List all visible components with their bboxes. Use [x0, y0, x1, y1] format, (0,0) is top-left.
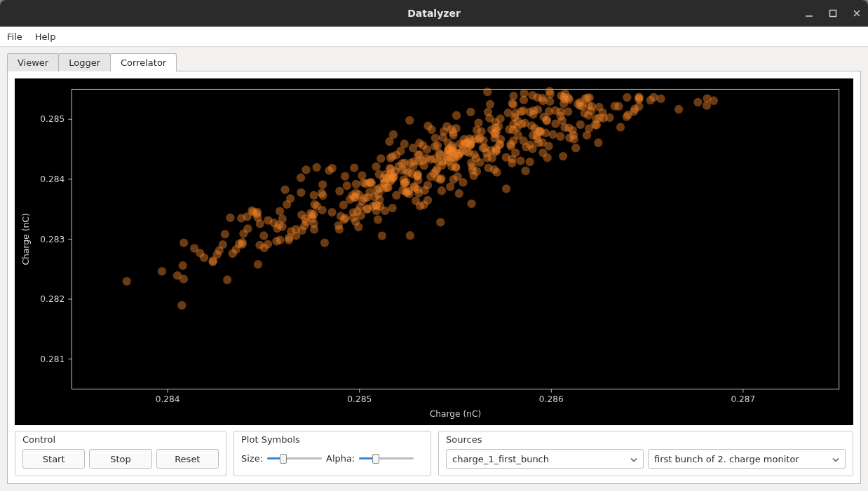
svg-point-462 [534, 105, 542, 113]
source-y-value: first bunch of 2. charge monitor [654, 454, 799, 464]
close-icon[interactable] [851, 8, 862, 19]
svg-point-253 [374, 215, 382, 223]
svg-point-283 [516, 156, 524, 165]
svg-point-316 [310, 225, 318, 233]
svg-point-474 [447, 148, 456, 157]
svg-point-54 [335, 187, 344, 195]
svg-text:0.282: 0.282 [40, 294, 65, 304]
svg-point-282 [297, 174, 305, 182]
svg-point-223 [433, 141, 442, 150]
alpha-slider[interactable] [359, 453, 414, 463]
source-x-value: charge_1_first_bunch [452, 454, 549, 464]
reset-button[interactable]: Reset [156, 449, 219, 469]
size-label: Size: [241, 453, 263, 464]
svg-point-396 [300, 221, 308, 230]
svg-point-435 [423, 196, 432, 205]
source-x-select[interactable]: charge_1_first_bunch [446, 449, 644, 469]
window-title: Datalyzer [407, 8, 461, 19]
svg-point-407 [408, 170, 416, 178]
svg-point-440 [358, 172, 366, 180]
svg-point-179 [310, 191, 318, 200]
tab-correlator[interactable]: Correlator [110, 53, 177, 71]
svg-point-281 [158, 267, 166, 275]
svg-point-291 [508, 99, 516, 107]
svg-point-458 [470, 172, 478, 180]
svg-point-460 [349, 208, 358, 216]
minimize-icon[interactable] [803, 8, 815, 19]
svg-point-453 [377, 154, 385, 162]
svg-point-57 [350, 163, 358, 172]
size-slider[interactable] [267, 453, 322, 463]
svg-point-173 [616, 123, 625, 131]
svg-text:0.285: 0.285 [40, 114, 65, 124]
svg-point-380 [710, 97, 718, 105]
svg-text:0.281: 0.281 [40, 354, 65, 364]
svg-point-469 [311, 200, 319, 209]
svg-point-387 [221, 230, 229, 238]
svg-point-367 [583, 131, 591, 139]
svg-point-194 [318, 180, 327, 188]
tabbar: Viewer Logger Correlator [0, 47, 868, 71]
svg-point-254 [343, 181, 351, 190]
svg-point-443 [414, 185, 422, 193]
svg-text:0.286: 0.286 [539, 394, 564, 404]
tab-logger[interactable]: Logger [58, 53, 111, 71]
svg-point-277 [569, 131, 578, 139]
svg-point-287 [466, 108, 475, 116]
svg-point-432 [423, 181, 432, 189]
svg-point-350 [419, 141, 427, 150]
app-window: Datalyzer File Help Viewer Logger Correl… [0, 0, 868, 491]
svg-point-408 [561, 90, 569, 98]
svg-point-288 [341, 214, 349, 222]
group-control-title: Control [22, 434, 219, 445]
svg-point-310 [574, 99, 582, 108]
svg-point-424 [502, 184, 510, 193]
svg-point-425 [422, 154, 430, 162]
scatter-plot[interactable]: 0.2840.2850.2860.2870.2810.2820.2830.284… [15, 78, 853, 425]
svg-point-459 [389, 130, 398, 139]
menu-file[interactable]: File [7, 32, 22, 42]
svg-point-315 [395, 162, 403, 170]
svg-text:0.284: 0.284 [40, 174, 65, 184]
svg-point-34 [509, 92, 517, 100]
svg-point-280 [556, 132, 564, 141]
svg-point-381 [200, 254, 208, 262]
maximize-icon[interactable] [827, 8, 839, 19]
svg-point-210 [179, 275, 188, 283]
stop-button[interactable]: Stop [89, 449, 151, 469]
svg-point-463 [358, 197, 367, 205]
svg-rect-1 [830, 11, 836, 17]
svg-point-343 [508, 155, 516, 163]
menubar: File Help [0, 27, 868, 47]
svg-point-337 [452, 111, 461, 120]
svg-text:0.283: 0.283 [40, 235, 65, 244]
svg-point-461 [513, 117, 522, 125]
window-controls [803, 0, 862, 27]
svg-point-411 [505, 125, 513, 134]
titlebar: Datalyzer [0, 0, 868, 27]
svg-point-182 [539, 97, 548, 105]
source-y-select[interactable]: first bunch of 2. charge monitor [648, 449, 846, 469]
svg-text:Charge (nC): Charge (nC) [430, 409, 481, 419]
svg-point-221 [693, 98, 702, 106]
svg-point-393 [559, 152, 567, 160]
group-plot-symbols-title: Plot Symbols [241, 434, 423, 445]
svg-point-230 [585, 93, 594, 102]
svg-point-200 [520, 119, 529, 127]
svg-point-467 [414, 176, 422, 184]
svg-point-391 [372, 162, 380, 171]
svg-point-426 [297, 188, 305, 197]
start-button[interactable]: Start [22, 449, 85, 469]
svg-point-436 [591, 120, 599, 129]
svg-point-202 [179, 261, 187, 270]
svg-point-164 [483, 88, 491, 96]
svg-point-384 [475, 135, 483, 144]
svg-point-437 [252, 209, 261, 218]
group-control: Control Start Stop Reset [15, 431, 226, 476]
tab-viewer[interactable]: Viewer [7, 53, 59, 71]
svg-point-139 [378, 231, 386, 240]
svg-point-383 [255, 241, 264, 249]
svg-point-451 [431, 134, 440, 142]
menu-help[interactable]: Help [35, 32, 56, 42]
group-sources-title: Sources [446, 434, 846, 445]
